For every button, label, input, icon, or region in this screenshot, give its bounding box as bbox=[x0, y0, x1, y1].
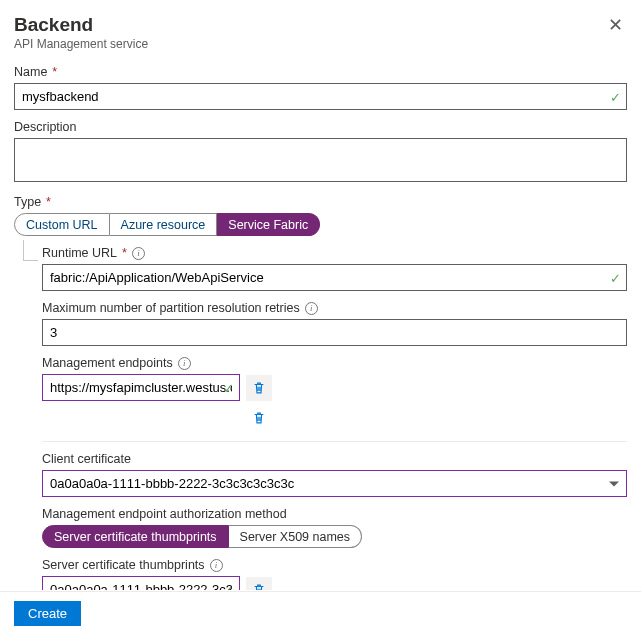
name-label: Name* bbox=[14, 65, 627, 79]
type-label: Type* bbox=[14, 195, 627, 209]
info-icon[interactable]: i bbox=[132, 247, 145, 260]
info-icon[interactable]: i bbox=[210, 559, 223, 572]
description-label: Description bbox=[14, 120, 627, 134]
type-option-custom-url[interactable]: Custom URL bbox=[14, 213, 110, 236]
check-icon: ✓ bbox=[610, 270, 621, 285]
thumbprints-label: Server certificate thumbprints i bbox=[42, 558, 627, 572]
check-icon: ✓ bbox=[223, 380, 234, 395]
info-icon[interactable]: i bbox=[305, 302, 318, 315]
create-button[interactable]: Create bbox=[14, 601, 81, 626]
partition-retries-label: Maximum number of partition resolution r… bbox=[42, 301, 627, 315]
trash-icon[interactable] bbox=[246, 405, 272, 431]
mgmt-endpoints-label: Management endpoints i bbox=[42, 356, 627, 370]
runtime-url-input[interactable] bbox=[42, 264, 627, 291]
type-option-azure-resource[interactable]: Azure resource bbox=[110, 213, 218, 236]
auth-option-thumbprints[interactable]: Server certificate thumbprints bbox=[42, 525, 229, 548]
auth-option-x509[interactable]: Server X509 names bbox=[229, 525, 362, 548]
mgmt-endpoint-row: ✓ bbox=[42, 374, 272, 401]
auth-method-label: Management endpoint authorization method bbox=[42, 507, 627, 521]
client-cert-label: Client certificate bbox=[42, 452, 627, 466]
info-icon[interactable]: i bbox=[178, 357, 191, 370]
name-input[interactable] bbox=[14, 83, 627, 110]
client-cert-select[interactable]: 0a0a0a0a-1111-bbbb-2222-3c3c3c3c3c3c bbox=[42, 470, 627, 497]
trash-icon[interactable] bbox=[246, 577, 272, 591]
thumbprint-input[interactable] bbox=[42, 576, 240, 590]
type-pills: Custom URL Azure resource Service Fabric bbox=[14, 213, 627, 236]
mgmt-endpoint-input[interactable] bbox=[42, 374, 240, 401]
trash-icon[interactable] bbox=[246, 375, 272, 401]
runtime-url-label: Runtime URL* i bbox=[42, 246, 627, 260]
check-icon: ✓ bbox=[223, 582, 234, 590]
thumbprint-row: ✓ bbox=[42, 576, 272, 590]
panel-title: Backend bbox=[14, 14, 148, 36]
auth-method-pills: Server certificate thumbprints Server X5… bbox=[42, 525, 627, 548]
description-input[interactable] bbox=[14, 138, 627, 182]
check-icon: ✓ bbox=[610, 89, 621, 104]
close-icon[interactable]: ✕ bbox=[604, 14, 627, 36]
panel-subtitle: API Management service bbox=[14, 37, 148, 51]
type-option-service-fabric[interactable]: Service Fabric bbox=[217, 213, 320, 236]
partition-retries-input[interactable] bbox=[42, 319, 627, 346]
